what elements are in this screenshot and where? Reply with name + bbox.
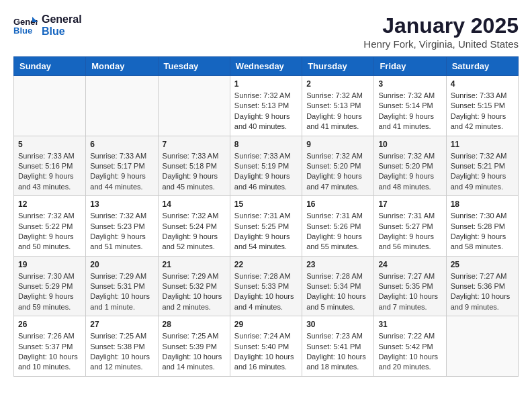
calendar-table: Sunday Monday Tuesday Wednesday Thursday… xyxy=(13,56,519,377)
day-info: Sunrise: 7:31 AM Sunset: 5:27 PM Dayligh… xyxy=(378,211,441,253)
table-row: 2Sunrise: 7:32 AM Sunset: 5:13 PM Daylig… xyxy=(302,76,374,136)
table-row: 6Sunrise: 7:33 AM Sunset: 5:17 PM Daylig… xyxy=(86,136,158,196)
table-row: 1Sunrise: 7:32 AM Sunset: 5:13 PM Daylig… xyxy=(230,76,302,136)
table-row: 8Sunrise: 7:33 AM Sunset: 5:19 PM Daylig… xyxy=(230,136,302,196)
day-number: 11 xyxy=(451,140,514,149)
day-number: 26 xyxy=(18,320,81,329)
header-wednesday: Wednesday xyxy=(230,57,302,76)
day-number: 8 xyxy=(234,140,298,149)
header-tuesday: Tuesday xyxy=(158,57,230,76)
day-number: 21 xyxy=(163,260,226,269)
day-info: Sunrise: 7:32 AM Sunset: 5:21 PM Dayligh… xyxy=(451,151,514,193)
table-row: 19Sunrise: 7:30 AM Sunset: 5:29 PM Dayli… xyxy=(14,256,86,316)
day-info: Sunrise: 7:28 AM Sunset: 5:34 PM Dayligh… xyxy=(306,271,369,313)
calendar-title: January 2025 xyxy=(363,13,519,38)
table-row: 16Sunrise: 7:31 AM Sunset: 5:26 PM Dayli… xyxy=(302,196,374,257)
table-row: 18Sunrise: 7:30 AM Sunset: 5:28 PM Dayli… xyxy=(446,196,518,257)
day-info: Sunrise: 7:23 AM Sunset: 5:41 PM Dayligh… xyxy=(306,331,369,373)
day-info: Sunrise: 7:29 AM Sunset: 5:31 PM Dayligh… xyxy=(90,271,153,313)
table-row: 30Sunrise: 7:23 AM Sunset: 5:41 PM Dayli… xyxy=(302,316,374,377)
table-row: 14Sunrise: 7:32 AM Sunset: 5:24 PM Dayli… xyxy=(158,196,230,257)
header-row: Sunday Monday Tuesday Wednesday Thursday… xyxy=(14,57,519,76)
day-info: Sunrise: 7:32 AM Sunset: 5:24 PM Dayligh… xyxy=(163,211,226,253)
day-number: 31 xyxy=(378,320,441,329)
table-row: 24Sunrise: 7:27 AM Sunset: 5:35 PM Dayli… xyxy=(374,256,446,316)
day-number: 1 xyxy=(234,79,298,89)
table-row: 13Sunrise: 7:32 AM Sunset: 5:23 PM Dayli… xyxy=(86,196,158,257)
day-info: Sunrise: 7:25 AM Sunset: 5:39 PM Dayligh… xyxy=(163,331,226,373)
table-row: 11Sunrise: 7:32 AM Sunset: 5:21 PM Dayli… xyxy=(446,136,518,196)
day-info: Sunrise: 7:27 AM Sunset: 5:35 PM Dayligh… xyxy=(378,271,441,313)
day-info: Sunrise: 7:33 AM Sunset: 5:19 PM Dayligh… xyxy=(234,151,298,193)
day-number: 23 xyxy=(306,260,369,269)
day-number: 16 xyxy=(306,199,369,209)
day-info: Sunrise: 7:26 AM Sunset: 5:37 PM Dayligh… xyxy=(18,331,81,373)
table-row: 10Sunrise: 7:32 AM Sunset: 5:20 PM Dayli… xyxy=(374,136,446,196)
day-number: 10 xyxy=(378,140,441,149)
day-number: 12 xyxy=(18,199,81,209)
day-number: 7 xyxy=(163,140,226,149)
day-info: Sunrise: 7:32 AM Sunset: 5:13 PM Dayligh… xyxy=(234,91,298,132)
week-row-4: 19Sunrise: 7:30 AM Sunset: 5:29 PM Dayli… xyxy=(14,256,519,316)
table-row xyxy=(14,76,86,136)
logo: General Blue General Blue General Blue xyxy=(13,13,82,37)
table-row: 4Sunrise: 7:33 AM Sunset: 5:15 PM Daylig… xyxy=(446,76,518,136)
table-row: 29Sunrise: 7:24 AM Sunset: 5:40 PM Dayli… xyxy=(230,316,302,377)
table-row: 23Sunrise: 7:28 AM Sunset: 5:34 PM Dayli… xyxy=(302,256,374,316)
day-info: Sunrise: 7:32 AM Sunset: 5:23 PM Dayligh… xyxy=(90,211,153,253)
title-area: January 2025 Henry Fork, Virginia, Unite… xyxy=(363,13,519,50)
svg-text:Blue: Blue xyxy=(13,26,32,36)
day-number: 19 xyxy=(18,260,81,269)
day-number: 13 xyxy=(90,199,153,209)
table-row: 31Sunrise: 7:22 AM Sunset: 5:42 PM Dayli… xyxy=(374,316,446,377)
table-row: 25Sunrise: 7:27 AM Sunset: 5:36 PM Dayli… xyxy=(446,256,518,316)
table-row: 28Sunrise: 7:25 AM Sunset: 5:39 PM Dayli… xyxy=(158,316,230,377)
day-number: 28 xyxy=(163,320,226,329)
day-number: 9 xyxy=(306,140,369,149)
day-info: Sunrise: 7:33 AM Sunset: 5:16 PM Dayligh… xyxy=(18,151,81,193)
day-number: 2 xyxy=(306,79,369,89)
day-number: 15 xyxy=(234,199,298,209)
header-sunday: Sunday xyxy=(14,57,86,76)
header-saturday: Saturday xyxy=(446,57,518,76)
day-number: 29 xyxy=(234,320,298,329)
header: General Blue General Blue General Blue J… xyxy=(13,13,519,50)
day-number: 24 xyxy=(378,260,441,269)
day-info: Sunrise: 7:30 AM Sunset: 5:29 PM Dayligh… xyxy=(18,271,81,313)
table-row xyxy=(446,316,518,377)
day-number: 25 xyxy=(451,260,514,269)
table-row: 7Sunrise: 7:33 AM Sunset: 5:18 PM Daylig… xyxy=(158,136,230,196)
day-number: 14 xyxy=(163,199,226,209)
table-row: 21Sunrise: 7:29 AM Sunset: 5:32 PM Dayli… xyxy=(158,256,230,316)
day-info: Sunrise: 7:32 AM Sunset: 5:13 PM Dayligh… xyxy=(306,91,369,132)
day-info: Sunrise: 7:33 AM Sunset: 5:17 PM Dayligh… xyxy=(90,151,153,193)
calendar-subtitle: Henry Fork, Virginia, United States xyxy=(363,38,519,50)
day-info: Sunrise: 7:32 AM Sunset: 5:20 PM Dayligh… xyxy=(378,151,441,193)
table-row: 3Sunrise: 7:32 AM Sunset: 5:14 PM Daylig… xyxy=(374,76,446,136)
logo-wordmark: General Blue xyxy=(42,13,82,37)
day-info: Sunrise: 7:24 AM Sunset: 5:40 PM Dayligh… xyxy=(234,331,298,373)
table-row: 20Sunrise: 7:29 AM Sunset: 5:31 PM Dayli… xyxy=(86,256,158,316)
header-thursday: Thursday xyxy=(302,57,374,76)
table-row: 15Sunrise: 7:31 AM Sunset: 5:25 PM Dayli… xyxy=(230,196,302,257)
table-row: 9Sunrise: 7:32 AM Sunset: 5:20 PM Daylig… xyxy=(302,136,374,196)
table-row xyxy=(86,76,158,136)
week-row-3: 12Sunrise: 7:32 AM Sunset: 5:22 PM Dayli… xyxy=(14,196,519,257)
day-info: Sunrise: 7:33 AM Sunset: 5:18 PM Dayligh… xyxy=(163,151,226,193)
day-number: 20 xyxy=(90,260,153,269)
day-number: 18 xyxy=(451,199,514,209)
day-number: 6 xyxy=(90,140,153,149)
day-number: 27 xyxy=(90,320,153,329)
header-friday: Friday xyxy=(374,57,446,76)
day-info: Sunrise: 7:31 AM Sunset: 5:25 PM Dayligh… xyxy=(234,211,298,253)
day-info: Sunrise: 7:32 AM Sunset: 5:20 PM Dayligh… xyxy=(306,151,369,193)
logo-icon: General Blue xyxy=(13,15,38,36)
table-row xyxy=(158,76,230,136)
day-number: 17 xyxy=(378,199,441,209)
table-row: 5Sunrise: 7:33 AM Sunset: 5:16 PM Daylig… xyxy=(14,136,86,196)
day-info: Sunrise: 7:27 AM Sunset: 5:36 PM Dayligh… xyxy=(451,271,514,313)
day-info: Sunrise: 7:33 AM Sunset: 5:15 PM Dayligh… xyxy=(451,91,514,132)
table-row: 17Sunrise: 7:31 AM Sunset: 5:27 PM Dayli… xyxy=(374,196,446,257)
day-number: 5 xyxy=(18,140,81,149)
week-row-2: 5Sunrise: 7:33 AM Sunset: 5:16 PM Daylig… xyxy=(14,136,519,196)
